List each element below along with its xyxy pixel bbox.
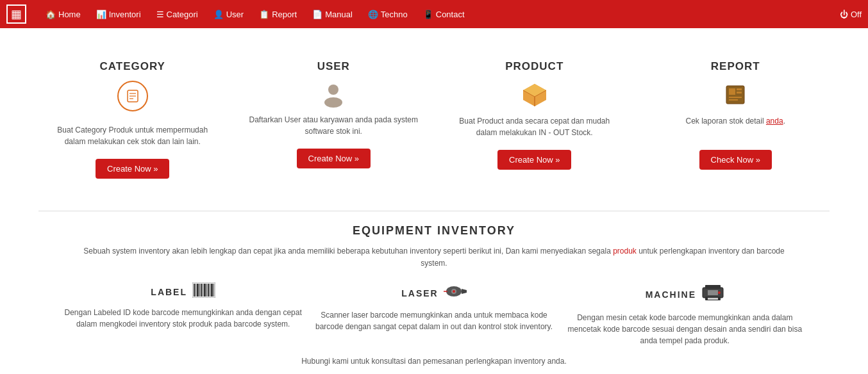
svg-rect-16	[729, 99, 738, 101]
nav-inventori[interactable]: 📊 Inventori	[90, 6, 147, 23]
category-create-button[interactable]: Create Now »	[96, 159, 169, 179]
svg-rect-27	[210, 284, 210, 297]
report-check-button[interactable]: Check Now »	[699, 150, 772, 170]
power-icon: ⏻	[840, 10, 848, 19]
svg-rect-20	[197, 284, 199, 297]
svg-rect-29	[213, 284, 214, 297]
nav-categori[interactable]: ☰ Categori	[150, 6, 204, 23]
equipment-section: EQUIPMENT INVENTORY Sebuah system invent…	[38, 224, 830, 366]
report-title: REPORT	[651, 60, 821, 73]
report-text: Cek laporan stok detail anda.	[651, 115, 821, 141]
equipment-title: EQUIPMENT INVENTORY	[64, 224, 804, 238]
brand-logo: ▦	[6, 4, 26, 24]
user-icon	[249, 81, 419, 108]
svg-rect-14	[737, 92, 742, 94]
svg-marker-31	[462, 289, 467, 294]
equip-laser-text: Scanner laser barcode memungkinkan anda …	[315, 309, 553, 332]
svg-rect-12	[729, 88, 735, 95]
equipment-items: LABEL	[64, 282, 804, 346]
equip-label-header: LABEL	[64, 282, 302, 302]
category-icon-wrapper	[48, 81, 217, 118]
svg-rect-40	[708, 298, 718, 300]
cards-row: CATEGORY Buat Category Produk untuk memp…	[38, 47, 830, 191]
category-title: CATEGORY	[48, 60, 217, 73]
equip-label-item: LABEL	[64, 282, 302, 346]
svg-rect-13	[737, 88, 742, 90]
user-create-button[interactable]: Create Now »	[297, 149, 371, 168]
category-text: Buat Category Produk untuk mempermudah d…	[48, 124, 217, 150]
equip-machine-header: MACHINE	[566, 282, 804, 307]
svg-point-33	[453, 290, 455, 293]
svg-rect-38	[708, 290, 718, 295]
equip-machine-text: Dengan mesin cetak kode barcode memungki…	[566, 312, 804, 346]
report-icon	[651, 81, 821, 109]
nav-contact[interactable]: 📱 Contact	[417, 6, 471, 23]
svg-rect-15	[729, 97, 742, 98]
product-title: PRODUCT	[450, 60, 619, 73]
equip-laser-title: LASER	[401, 288, 438, 298]
svg-rect-21	[199, 284, 200, 297]
category-icon	[117, 81, 148, 111]
label-icon	[192, 282, 215, 302]
main-content: CATEGORY Buat Category Produk untuk memp…	[0, 28, 868, 374]
user-card: USER Daftarkan User atau karyawan anda p…	[240, 47, 428, 191]
user-title: USER	[249, 60, 419, 73]
equip-laser-header: LASER	[315, 282, 553, 304]
svg-rect-25	[206, 284, 207, 297]
navbar: ▦ 🏠 Home 📊 Inventori ☰ Categori 👤 User 📋…	[0, 0, 868, 28]
svg-rect-36	[705, 285, 721, 289]
nav-home[interactable]: 🏠 Home	[39, 6, 87, 23]
nav-user[interactable]: 👤 User	[207, 6, 250, 23]
svg-rect-26	[208, 284, 209, 297]
machine-icon	[701, 282, 724, 307]
svg-point-5	[324, 97, 342, 108]
nav-techno[interactable]: 🌐 Techno	[362, 6, 414, 23]
equip-label-text: Dengan Labeled ID kode barcode memungkin…	[64, 307, 302, 330]
svg-point-4	[328, 85, 338, 95]
section-divider	[38, 211, 830, 211]
equip-laser-item: LASER Scanner laser barcode memungkinkan…	[315, 282, 553, 346]
category-card: CATEGORY Buat Category Produk untuk memp…	[38, 47, 227, 191]
equip-label-title: LABEL	[151, 287, 187, 297]
equip-machine-item: MACHINE Dengan mesin cetak kode barcode …	[566, 282, 804, 346]
nav-off: ⏻ Off	[840, 10, 862, 19]
nav-manual[interactable]: 📄 Manual	[306, 6, 359, 23]
svg-rect-23	[203, 284, 203, 297]
svg-point-39	[718, 291, 721, 294]
user-text: Daftarkan User atau karyawan anda pada s…	[249, 114, 419, 140]
svg-rect-28	[211, 284, 213, 297]
equipment-link[interactable]: produk	[613, 247, 637, 256]
svg-rect-19	[196, 284, 196, 297]
svg-rect-18	[194, 284, 195, 297]
equipment-contact: Hubungi kami untuk konsultasi dan pemesa…	[64, 357, 804, 366]
product-card: PRODUCT Buat Product anda secara cepat d…	[440, 47, 629, 191]
product-create-button[interactable]: Create Now »	[497, 150, 571, 170]
product-text: Buat Product anda secara cepat dan mudah…	[450, 115, 619, 141]
equipment-description: Sebuah system inventory akan lebih lengk…	[81, 245, 787, 270]
svg-rect-22	[201, 284, 202, 297]
product-icon	[450, 81, 619, 109]
equip-machine-title: MACHINE	[646, 289, 696, 300]
nav-links: 🏠 Home 📊 Inventori ☰ Categori 👤 User 📋 R…	[39, 6, 840, 23]
laser-icon	[444, 282, 467, 304]
nav-report[interactable]: 📋 Report	[253, 6, 303, 23]
report-card: REPORT Cek laporan stok detail anda. Che…	[642, 47, 830, 191]
svg-rect-24	[204, 284, 206, 297]
